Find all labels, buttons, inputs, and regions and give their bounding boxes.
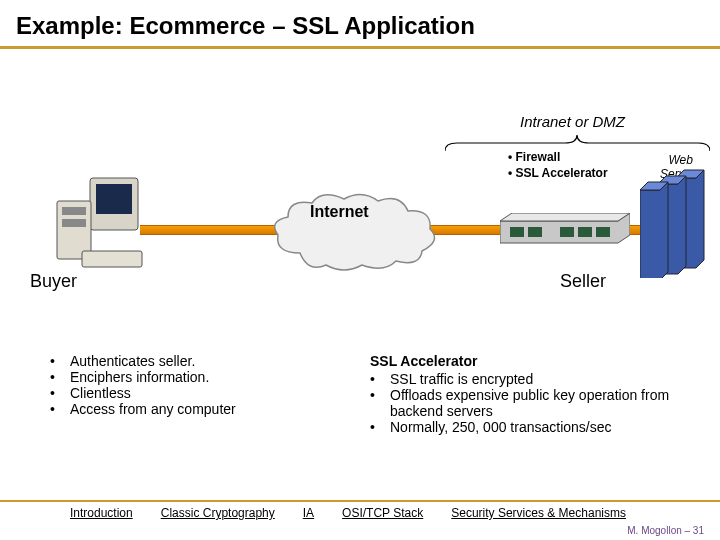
- svg-marker-17: [640, 182, 668, 278]
- ssl-bullet: Normally, 250, 000 transactions/sec: [390, 419, 690, 435]
- fw-line1: • Firewall: [508, 150, 608, 166]
- firewall-ssl-label: • Firewall • SSL Accelerator: [508, 150, 608, 181]
- brace-icon: [445, 135, 710, 151]
- attribution: M. Mogollon – 31: [627, 525, 704, 536]
- footer-links: Introduction Classic Cryptography IA OSI…: [0, 506, 720, 520]
- buyer-bullet: Access from any computer: [70, 401, 330, 417]
- buyer-bullet: Clientless: [70, 385, 330, 401]
- ssl-bullet: SSL traffic is encrypted: [390, 371, 690, 387]
- svg-rect-1: [96, 184, 132, 214]
- svg-rect-4: [62, 219, 86, 227]
- buyer-bullets: •Authenticates seller. •Enciphers inform…: [50, 353, 330, 435]
- buyer-bullet: Enciphers information.: [70, 369, 330, 385]
- title-underline: [0, 46, 720, 49]
- svg-rect-8: [510, 227, 524, 237]
- computer-icon: [52, 173, 152, 273]
- internet-label: Internet: [310, 203, 369, 221]
- intranet-label: Intranet or DMZ: [520, 113, 625, 130]
- seller-label: Seller: [560, 271, 606, 292]
- connection-bar-mid: [430, 225, 510, 235]
- buyer-bullet: Authenticates seller.: [70, 353, 330, 369]
- svg-rect-10: [560, 227, 574, 237]
- footer-link[interactable]: Introduction: [70, 506, 133, 520]
- svg-rect-5: [82, 251, 142, 267]
- footer-link[interactable]: Classic Cryptography: [161, 506, 275, 520]
- svg-rect-11: [578, 227, 592, 237]
- ssl-heading: SSL Accelerator: [370, 353, 690, 369]
- fw-line2: • SSL Accelerator: [508, 166, 608, 182]
- svg-rect-9: [528, 227, 542, 237]
- footer-link[interactable]: IA: [303, 506, 314, 520]
- columns: •Authenticates seller. •Enciphers inform…: [0, 353, 720, 435]
- footer: Introduction Classic Cryptography IA OSI…: [0, 500, 720, 520]
- svg-marker-7: [500, 213, 630, 221]
- svg-rect-3: [62, 207, 86, 215]
- diagram-area: Intranet or DMZ • Firewall • SSL Acceler…: [0, 53, 720, 353]
- buyer-label: Buyer: [30, 271, 77, 292]
- footer-link[interactable]: Security Services & Mechanisms: [451, 506, 626, 520]
- ssl-column: SSL Accelerator •SSL traffic is encrypte…: [370, 353, 690, 435]
- ssl-appliance-icon: [500, 213, 630, 245]
- connection-bar-left: [140, 225, 280, 235]
- page-title: Example: Ecommerce – SSL Application: [0, 0, 720, 46]
- ssl-bullet: Offloads expensive public key operation …: [390, 387, 690, 419]
- server-rack-icon: [640, 168, 710, 278]
- footer-bar: [0, 500, 720, 502]
- footer-link[interactable]: OSI/TCP Stack: [342, 506, 423, 520]
- svg-rect-12: [596, 227, 610, 237]
